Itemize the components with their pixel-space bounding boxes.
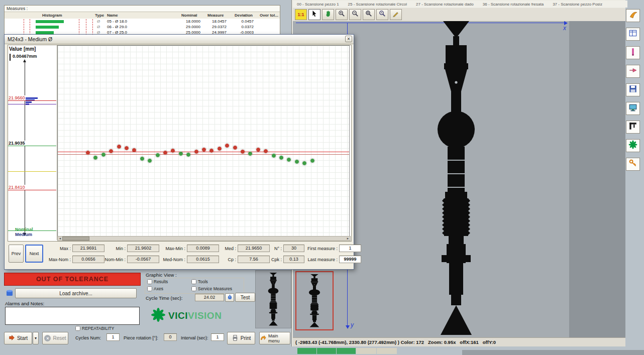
repeatability-checkbox[interactable]: REPEATABILITY [75, 326, 114, 331]
col-name[interactable]: Name [107, 13, 118, 18]
maxmin-label: Max-Min : [159, 246, 185, 251]
settings-key-button[interactable] [626, 158, 640, 171]
last-measure-input[interactable]: 99999 [339, 256, 361, 263]
measurement-point[interactable] [225, 144, 229, 148]
part-thumbnail-selected[interactable] [295, 271, 334, 330]
stopwatch-icon-button[interactable] [225, 293, 234, 302]
axes-checkbox-input[interactable] [147, 286, 152, 291]
trend-plot[interactable] [57, 45, 350, 237]
dialog-titlebar[interactable]: M24x3 - Medium Ø × [5, 35, 354, 44]
zoom-in-button[interactable] [336, 9, 348, 20]
pan-hand-button[interactable] [322, 9, 334, 20]
measurement-point[interactable] [218, 147, 222, 151]
measurement-point[interactable] [163, 151, 167, 155]
menu-arrow-icon [260, 334, 266, 342]
piece-rotation-input[interactable]: 0 [164, 333, 177, 341]
measurement-point[interactable] [194, 150, 198, 154]
scan-tab[interactable]: 00 - Scansione pezzo 1 [297, 2, 339, 7]
measurement-point[interactable] [202, 148, 206, 152]
zoom-window-button[interactable] [363, 9, 375, 20]
first-measure-input[interactable]: 1 [339, 245, 361, 252]
load-archive-button[interactable]: Load archive... [15, 288, 137, 298]
start-button[interactable]: Start [4, 332, 32, 344]
print-button[interactable]: Print [227, 332, 255, 344]
col-measure[interactable]: Measure [207, 13, 224, 18]
measurement-point[interactable] [256, 148, 260, 152]
measurement-point[interactable] [248, 152, 252, 156]
measurement-point[interactable] [132, 148, 136, 152]
measurement-point[interactable] [179, 152, 183, 156]
scan-tab[interactable]: 27 - Scansione rotazionale dado [416, 2, 474, 7]
measurement-point[interactable] [302, 161, 306, 165]
scroll-right-arrow[interactable]: ► [346, 237, 350, 240]
table-row[interactable]: Ø 06 - Ø 29.0 29.0000 29.0372 0.0372 [5, 25, 280, 30]
scan-tab[interactable]: 37 - Scansione pezzo Posiz [553, 2, 602, 7]
caliper-button[interactable] [626, 121, 640, 134]
prev-button[interactable]: Prev [9, 245, 24, 263]
export-button[interactable] [626, 65, 640, 78]
measurement-point[interactable] [125, 146, 129, 150]
results-checkbox-input[interactable] [147, 279, 152, 284]
reset-button[interactable]: × Reset [42, 332, 68, 344]
measurement-point[interactable] [171, 149, 175, 153]
vici-logo-button[interactable] [626, 139, 640, 152]
measurement-point[interactable] [209, 149, 213, 153]
col-histogram[interactable]: Histogram [42, 13, 62, 18]
close-button[interactable]: × [345, 36, 352, 42]
service-measures-checkbox[interactable]: Service Measures [191, 286, 232, 291]
main-menu-button[interactable]: Main menu [259, 332, 290, 344]
measurement-point[interactable] [109, 149, 113, 153]
col-type[interactable]: Type [95, 13, 104, 18]
measurement-point[interactable] [117, 145, 121, 149]
scan-tab[interactable]: 36 - Scansione rotazionale fresata [483, 2, 544, 7]
table-row[interactable]: Ø 05 - Ø 18.0 18.0000 18.0457 0.0457 [5, 19, 280, 24]
monitor-view-button[interactable] [626, 102, 640, 115]
start-options-button[interactable]: ▾ [33, 332, 39, 344]
repeatability-checkbox-input[interactable] [75, 326, 80, 331]
measurement-point[interactable] [148, 159, 152, 163]
col-overtol[interactable]: Over tol... [260, 13, 278, 18]
axes-checkbox[interactable]: Axes [147, 286, 163, 291]
measure-pencil-button[interactable] [390, 9, 402, 20]
alarms-notes-input[interactable] [5, 307, 140, 325]
open-archive-button[interactable] [626, 9, 640, 22]
zoom-1to1-button[interactable]: 1:1 [295, 9, 307, 20]
measurement-point[interactable] [279, 156, 283, 160]
plot-scrollbar[interactable]: ◄ ► [57, 236, 351, 241]
col-deviation[interactable]: Deviation [235, 13, 253, 18]
cycles-num-input[interactable]: 1 [106, 333, 120, 341]
measurement-point[interactable] [272, 154, 276, 158]
tools-checkbox[interactable]: Tools [191, 279, 208, 284]
tools-checkbox-input[interactable] [191, 279, 196, 284]
measurement-point[interactable] [101, 153, 105, 157]
tools-label: Tools [198, 279, 208, 284]
probe-tool-button[interactable] [626, 46, 640, 59]
col-nominal[interactable]: Nominal [181, 13, 197, 18]
select-cursor-button[interactable] [308, 9, 320, 20]
save-button[interactable] [626, 83, 640, 96]
zoom-out-button[interactable] [349, 9, 361, 20]
measurement-point[interactable] [186, 153, 190, 157]
measurement-point[interactable] [93, 156, 97, 160]
caliper-icon [628, 122, 637, 133]
service-measures-checkbox-input[interactable] [191, 286, 196, 291]
next-button[interactable]: Next [25, 245, 43, 263]
scan-tab[interactable]: 25 - Scansione rotazionale Circol [348, 2, 407, 7]
measurement-point[interactable] [140, 157, 144, 161]
results-checkbox[interactable]: Results [147, 279, 168, 284]
measurement-point[interactable] [287, 158, 291, 162]
scroll-thumb[interactable] [62, 236, 89, 241]
measurement-point[interactable] [264, 149, 268, 153]
scroll-left-arrow[interactable]: ◄ [58, 237, 62, 240]
measurement-point[interactable] [233, 146, 237, 150]
measurement-point[interactable] [156, 153, 160, 157]
measurement-point[interactable] [241, 150, 245, 154]
test-button[interactable]: Test [235, 293, 255, 302]
part-thumbnail[interactable] [255, 270, 291, 328]
interval-input[interactable]: 1 [211, 333, 224, 341]
measurement-point[interactable] [310, 159, 314, 163]
measurement-point[interactable] [86, 151, 90, 155]
measurement-point[interactable] [295, 160, 299, 164]
report-table-button[interactable] [626, 28, 640, 41]
zoom-extents-button[interactable] [376, 9, 388, 20]
